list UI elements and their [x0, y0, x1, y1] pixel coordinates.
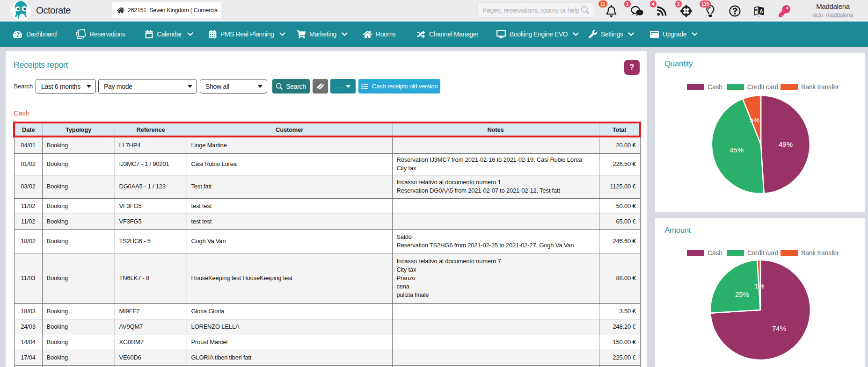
- svg-text:A: A: [759, 8, 763, 14]
